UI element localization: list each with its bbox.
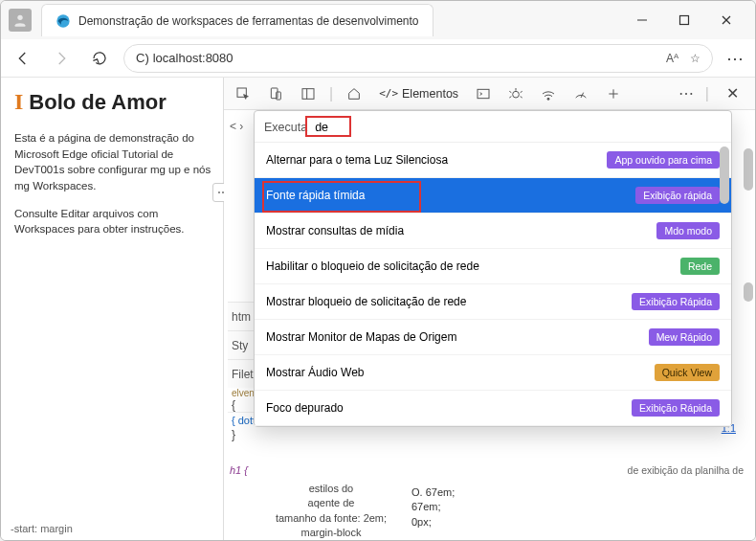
svg-line-17	[521, 96, 523, 97]
profile-avatar[interactable]	[9, 9, 32, 32]
app-menu-button[interactable]: ⋯	[723, 48, 747, 69]
command-item[interactable]: Mostrar bloqueio de solicitação de redeE…	[255, 284, 731, 320]
heading-text: Bolo de Amor	[29, 90, 166, 115]
command-item-label: Alternar para o tema Luz Silenciosa	[266, 153, 607, 167]
panel-icon[interactable]	[297, 82, 320, 105]
svg-point-0	[17, 15, 22, 20]
svg-rect-3	[680, 16, 689, 25]
favorite-icon[interactable]: ☆	[690, 52, 700, 65]
command-item-label: Mostrar Áudio Web	[266, 366, 655, 379]
command-item[interactable]: Foco depuradoExibição Rápida	[255, 391, 731, 426]
styles-values: O. 67em; 67em; 0px;	[411, 485, 455, 530]
inspect-icon[interactable]	[232, 82, 255, 105]
command-item-label: Foco depurado	[266, 401, 632, 415]
svg-point-12	[513, 91, 520, 98]
command-item-label: Fonte rápida tímida	[266, 189, 635, 202]
console-icon[interactable]	[472, 82, 495, 105]
command-item-label: Habilitar o bloqueio de solicitação de r…	[266, 259, 680, 273]
browser-window: Demonstração de workspaces de ferramenta…	[0, 0, 756, 541]
titlebar: Demonstração de workspaces de ferramenta…	[1, 1, 755, 39]
address-text: localhost:8080	[153, 51, 233, 65]
source-breadcrumb: < ›	[230, 120, 243, 133]
command-item-badge: Mew Rápido	[649, 328, 720, 346]
heading-icon: I	[14, 89, 23, 115]
command-item[interactable]: Alternar para o tema Luz SilenciosaApp o…	[255, 143, 731, 178]
bug-icon[interactable]	[504, 82, 527, 105]
margin-start-label: -start: margin	[11, 523, 73, 534]
url-bar: C) localhost:8080 Aᴬ ☆ ⋯	[1, 39, 755, 78]
svg-rect-11	[478, 89, 489, 98]
edge-icon	[56, 13, 71, 29]
code-icon: </>	[379, 87, 398, 100]
svg-point-18	[547, 98, 549, 100]
command-item[interactable]: Mostrar consultas de mídiaMdo modo	[255, 214, 731, 249]
address-prefix: C)	[136, 51, 149, 65]
command-item[interactable]: Mostrar Monitor de Mapas de OrigemMew Rá…	[255, 320, 731, 355]
styles-selector: h1 {	[230, 464, 248, 476]
svg-line-15	[521, 91, 523, 92]
page-heading: IBolo de Amor	[14, 89, 213, 115]
performance-icon[interactable]	[569, 82, 592, 105]
command-list: Alternar para o tema Luz SilenciosaApp o…	[255, 142, 731, 426]
command-item-badge: App ouvido para cima	[607, 151, 720, 169]
command-item-badge: Exibição Rápida	[632, 399, 720, 417]
devtools-tabbar: | </>Elementos ⋯ | ✕	[224, 78, 755, 110]
forward-button[interactable]	[47, 44, 76, 73]
svg-line-16	[509, 96, 511, 97]
minimize-button[interactable]	[621, 6, 663, 34]
devtools-close-button[interactable]: ✕	[717, 84, 747, 102]
command-menu: Executa ▲ Alternar para o tema Luz Silen…	[254, 110, 732, 427]
page-paragraph-1: Esta é a página de demonstração do Micro…	[14, 130, 213, 194]
device-icon[interactable]	[264, 82, 287, 105]
reload-button[interactable]	[85, 44, 114, 73]
maximize-button[interactable]	[663, 6, 705, 34]
network-icon[interactable]	[537, 82, 560, 105]
styles-origin-note: de exibição da planilha de	[628, 464, 744, 476]
svg-line-14	[509, 91, 511, 92]
command-input[interactable]	[313, 119, 351, 136]
tab-elements[interactable]: </>Elementos	[375, 87, 462, 101]
reader-mode-icon[interactable]: Aᴬ	[666, 52, 678, 65]
styles-pane: h1 { de exibição da planilha de estilos …	[230, 464, 744, 534]
page-content: IBolo de Amor Esta é a página de demonst…	[1, 78, 223, 540]
command-item-badge: Mdo modo	[656, 222, 720, 239]
devtools-scrollbar[interactable]	[742, 148, 753, 435]
command-item-label: Mostrar consultas de mídia	[266, 224, 656, 237]
home-icon[interactable]	[343, 82, 366, 105]
command-item-label: Mostrar bloqueio de solicitação de rede	[266, 295, 632, 308]
command-item[interactable]: Habilitar o bloqueio de solicitação de r…	[255, 249, 731, 284]
stub-brace-close: }	[228, 428, 271, 441]
svg-rect-9	[302, 88, 314, 99]
command-item-badge: Rede	[680, 258, 720, 275]
command-item[interactable]: Mostrar Áudio WebQuick View	[255, 355, 731, 391]
command-input-row: Executa	[255, 111, 731, 142]
command-item-badge: Exibição rápida	[635, 187, 720, 204]
command-item-badge: Quick View	[655, 364, 720, 381]
back-button[interactable]	[9, 44, 37, 73]
command-prefix: Executa	[264, 121, 307, 134]
tab-title: Demonstração de workspaces de ferramenta…	[78, 14, 419, 28]
browser-tab[interactable]: Demonstração de workspaces de ferramenta…	[41, 4, 434, 36]
command-item-label: Mostrar Monitor de Mapas de Origem	[266, 330, 649, 344]
command-scrollbar[interactable]	[720, 147, 729, 290]
close-button[interactable]	[705, 6, 747, 34]
command-item-badge: Exibição Rápida	[632, 293, 720, 310]
styles-props: estilos do aqente de tamanho da fonte: 2…	[264, 482, 398, 540]
devtools-menu-icon[interactable]: ⋯	[675, 82, 698, 105]
address-field[interactable]: C) localhost:8080 Aᴬ ☆	[123, 44, 713, 73]
page-paragraph-2: Consulte Editar arquivos com Workspaces …	[14, 206, 213, 237]
command-item[interactable]: Fonte rápida tímidaExibição rápida	[255, 178, 731, 214]
add-tab-icon[interactable]	[602, 82, 625, 105]
